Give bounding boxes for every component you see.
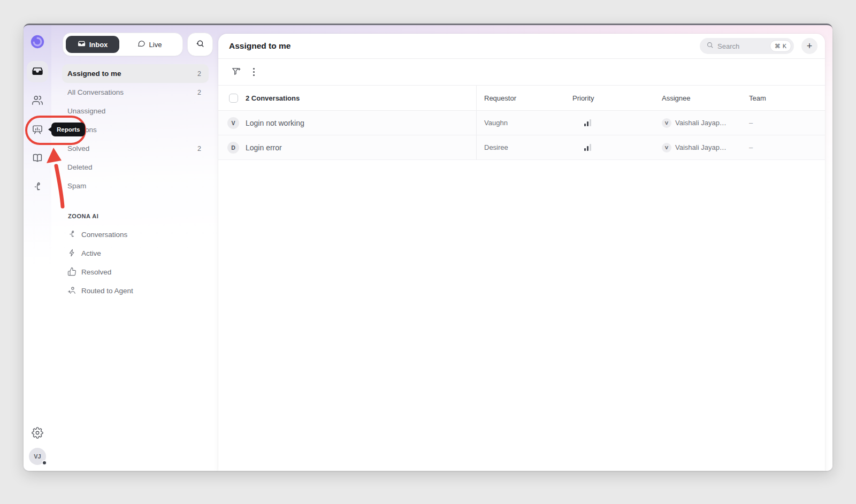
rail-knowledge-button[interactable] <box>27 148 48 169</box>
settings-gear-icon <box>32 427 43 440</box>
inbox-live-toggle: Inbox Live <box>63 33 183 56</box>
assignee-avatar: V <box>662 143 671 152</box>
inbox-folder-list: Assigned to me 2 All Conversations 2 Una… <box>62 64 209 195</box>
search-shortcut-badge: ⌘ K <box>770 40 791 52</box>
list-toolbar <box>218 59 825 86</box>
assignee-name: Vaishali Jayap… <box>675 143 727 151</box>
bolt-icon <box>67 248 77 259</box>
sidebar-item-ai-conversations[interactable]: Conversations <box>62 225 209 244</box>
search-input[interactable]: Search ⌘ K <box>700 38 794 54</box>
thumbs-up-icon <box>67 267 77 278</box>
user-arrow-icon <box>67 286 77 296</box>
sidebar-item-label: All Conversations <box>67 88 197 96</box>
sidebar-item-label: Solved <box>67 144 197 152</box>
more-options-button[interactable] <box>251 66 257 78</box>
zoona-logo[interactable] <box>29 34 45 50</box>
zoona-ai-section-label: ZOONA AI <box>68 213 98 219</box>
app-window: VJ Inbox Live <box>24 24 832 471</box>
item-count: 2 <box>197 89 201 96</box>
requestor-cell: Vaughn <box>476 119 564 127</box>
sidebar-item-spam[interactable]: Spam <box>62 177 209 195</box>
zoona-ai-icon <box>67 230 77 240</box>
table-header-row: 2 Conversations Requestor Priority Assig… <box>218 86 825 111</box>
page-title: Assigned to me <box>229 41 700 51</box>
settings-button[interactable] <box>27 423 48 444</box>
rail-contacts-button[interactable] <box>27 90 48 111</box>
conversations-table: 2 Conversations Requestor Priority Assig… <box>218 86 825 160</box>
inbox-icon <box>32 65 43 79</box>
main-panel: Assigned to me Search ⌘ K + <box>218 34 825 471</box>
requestor-cell: Desiree <box>476 143 564 151</box>
column-header-requestor: Requestor <box>476 94 564 102</box>
rail-zoona-ai-button[interactable] <box>27 177 48 198</box>
inbox-icon <box>78 40 86 49</box>
rail-inbox-button[interactable] <box>27 61 48 82</box>
conversation-title: Login not working <box>246 119 304 127</box>
inbox-tab[interactable]: Inbox <box>66 36 119 53</box>
user-initials: VJ <box>34 453 41 460</box>
requestor-avatar: V <box>227 117 239 129</box>
sidebar-item-unassigned[interactable]: Unassigned <box>62 102 209 120</box>
inbox-sidebar: Inbox Live Assigned to me 2 <box>51 25 217 471</box>
search-placeholder: Search <box>717 42 766 50</box>
left-icon-rail: VJ <box>24 25 51 471</box>
live-tab-label: Live <box>149 41 162 49</box>
cmd-key-icon: ⌘ <box>775 43 781 50</box>
assignee-avatar: V <box>662 118 671 128</box>
sidebar-item-ai-resolved[interactable]: Resolved <box>62 263 209 281</box>
table-row[interactable]: V Login not working Vaughn V Vaishali Ja… <box>218 111 825 135</box>
ai-item-label: Resolved <box>81 268 111 276</box>
new-conversation-button[interactable]: + <box>801 38 817 54</box>
contacts-icon <box>32 94 43 108</box>
assignee-cell: V Vaishali Jayap… <box>654 118 741 128</box>
priority-icon <box>584 144 654 151</box>
conversation-title: Login error <box>246 143 282 152</box>
inbox-tab-label: Inbox <box>89 41 108 49</box>
requestor-avatar: D <box>227 142 239 154</box>
ai-search-icon <box>195 39 205 51</box>
team-cell: – <box>741 143 825 151</box>
column-header-priority: Priority <box>564 94 654 102</box>
status-dot <box>42 460 47 465</box>
table-row[interactable]: D Login error Desiree V Vaishali Jayap… … <box>218 135 825 160</box>
ai-item-label: Active <box>81 249 101 257</box>
rail-reports-button[interactable] <box>27 119 48 141</box>
main-header: Assigned to me Search ⌘ K + <box>218 34 825 59</box>
sidebar-item-deleted[interactable]: Deleted <box>62 158 209 177</box>
select-all-checkbox[interactable] <box>229 94 238 103</box>
ai-item-label: Conversations <box>81 231 127 239</box>
sidebar-item-label: Mentions <box>67 126 201 134</box>
user-avatar[interactable]: VJ <box>29 448 46 465</box>
ai-item-label: Routed to Agent <box>81 287 133 295</box>
sidebar-item-label: Spam <box>67 182 201 190</box>
sidebar-item-label: Unassigned <box>67 107 201 115</box>
knowledge-book-icon <box>32 152 43 165</box>
zoona-ai-list: Conversations Active Resolved R <box>62 225 209 300</box>
sidebar-item-ai-active[interactable]: Active <box>62 244 209 263</box>
sidebar-item-all-conversations[interactable]: All Conversations 2 <box>62 83 209 102</box>
column-header-assignee: Assignee <box>654 94 741 102</box>
k-key-label: K <box>783 43 786 49</box>
sidebar-item-solved[interactable]: Solved 2 <box>62 139 209 158</box>
sidebar-item-mentions[interactable]: Mentions <box>62 120 209 139</box>
zoona-ai-icon <box>32 181 43 194</box>
sidebar-item-assigned-to-me[interactable]: Assigned to me 2 <box>62 64 209 83</box>
sidebar-item-label: Assigned to me <box>67 70 197 78</box>
sidebar-item-label: Deleted <box>67 163 201 171</box>
priority-icon <box>584 119 654 126</box>
conversation-count-label: 2 Conversations <box>246 94 300 102</box>
live-tab[interactable]: Live <box>119 36 180 53</box>
team-cell: – <box>741 119 825 127</box>
screenshot-stage: VJ Inbox Live <box>0 0 856 504</box>
column-header-team: Team <box>741 94 825 102</box>
filter-plus-icon <box>231 66 241 78</box>
assignee-name: Vaishali Jayap… <box>675 119 727 127</box>
assignee-cell: V Vaishali Jayap… <box>654 143 741 152</box>
add-filter-button[interactable] <box>231 66 241 78</box>
sidebar-item-ai-routed-to-agent[interactable]: Routed to Agent <box>62 281 209 300</box>
kebab-menu-icon <box>251 66 257 78</box>
reports-icon <box>32 124 43 137</box>
ai-search-button[interactable] <box>187 33 213 56</box>
item-count: 2 <box>197 145 201 152</box>
column-divider <box>476 86 477 160</box>
